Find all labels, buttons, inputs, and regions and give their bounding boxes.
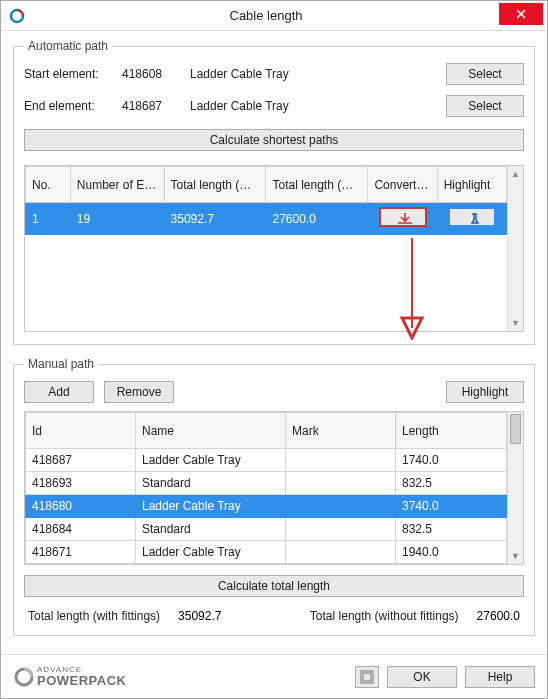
- start-element-id: 418608: [122, 67, 182, 81]
- cell-length: 1740.0: [396, 449, 507, 472]
- convert-to-manual-button[interactable]: [379, 207, 427, 227]
- automatic-path-legend: Automatic path: [24, 39, 112, 53]
- cell-length: 832.5: [396, 472, 507, 495]
- scroll-down-icon[interactable]: ▼: [508, 315, 523, 331]
- col-name[interactable]: Name: [136, 413, 286, 449]
- scroll-up-icon[interactable]: ▲: [508, 166, 523, 182]
- svg-rect-4: [363, 673, 371, 681]
- col-length[interactable]: Length: [396, 413, 507, 449]
- remove-button[interactable]: Remove: [104, 381, 174, 403]
- select-end-button[interactable]: Select: [446, 95, 524, 117]
- end-element-desc: Ladder Cable Tray: [190, 99, 438, 113]
- manual-table-row[interactable]: 418693Standard832.5: [26, 472, 507, 495]
- cell-length: 3740.0: [396, 495, 507, 518]
- add-button[interactable]: Add: [24, 381, 94, 403]
- manual-table-row[interactable]: 418687Ladder Cable Tray1740.0: [26, 449, 507, 472]
- manual-table-row[interactable]: 418684Standard832.5: [26, 518, 507, 541]
- end-element-id: 418687: [122, 99, 182, 113]
- cell-without: 27600.0: [266, 203, 368, 235]
- start-element-desc: Ladder Cable Tray: [190, 67, 438, 81]
- cell-no: 1: [26, 203, 71, 235]
- auto-table-scrollbar[interactable]: ▲ ▼: [507, 166, 523, 331]
- cell-id: 418684: [26, 518, 136, 541]
- col-convert[interactable]: Convert to manual: [368, 167, 437, 203]
- cell-id: 418671: [26, 541, 136, 564]
- cell-id: 418687: [26, 449, 136, 472]
- cell-rowname: Standard: [136, 472, 286, 495]
- col-highlight[interactable]: Highlight: [437, 167, 506, 203]
- brand-icon: [13, 666, 35, 688]
- cell-mark: [286, 495, 396, 518]
- dialog-footer: ADVANCE POWERPACK OK Help: [1, 654, 547, 698]
- cell-mark: [286, 541, 396, 564]
- manual-table-header: Id Name Mark Length: [26, 413, 507, 449]
- cell-length: 832.5: [396, 518, 507, 541]
- col-total-with[interactable]: Total length (with fittings): [164, 167, 266, 203]
- ok-button[interactable]: OK: [387, 666, 457, 688]
- cell-num: 19: [70, 203, 164, 235]
- brand: ADVANCE POWERPACK: [13, 666, 347, 688]
- col-num-elements[interactable]: Number of Elements: [70, 167, 164, 203]
- cell-mark: [286, 518, 396, 541]
- end-element-label: End element:: [24, 99, 114, 113]
- manual-table-row[interactable]: 418671Ladder Cable Tray1940.0: [26, 541, 507, 564]
- app-icon: [9, 8, 25, 24]
- auto-table-row[interactable]: 11935092.727600.0: [26, 203, 507, 235]
- total-without-label: Total length (without fittings): [310, 609, 459, 623]
- total-with-label: Total length (with fittings): [28, 609, 160, 623]
- scroll-down-icon[interactable]: ▼: [508, 548, 523, 564]
- cell-rowname: Ladder Cable Tray: [136, 495, 286, 518]
- options-button[interactable]: [355, 666, 379, 688]
- brand-big: POWERPACK: [37, 674, 126, 687]
- close-button[interactable]: [499, 3, 543, 25]
- calculate-total-length-button[interactable]: Calculate total length: [24, 575, 524, 597]
- cell-with: 35092.7: [164, 203, 266, 235]
- start-element-label: Start element:: [24, 67, 114, 81]
- total-with-value: 35092.7: [178, 609, 221, 623]
- auto-paths-table: No. Number of Elements Total length (wit…: [24, 165, 524, 332]
- cell-rowname: Standard: [136, 518, 286, 541]
- manual-path-legend: Manual path: [24, 357, 98, 371]
- manual-table-row[interactable]: 418680Ladder Cable Tray3740.0: [26, 495, 507, 518]
- col-no[interactable]: No.: [26, 167, 71, 203]
- window-title: Cable length: [33, 8, 499, 23]
- cell-length: 1940.0: [396, 541, 507, 564]
- auto-table-header: No. Number of Elements Total length (wit…: [26, 167, 507, 203]
- cell-id: 418693: [26, 472, 136, 495]
- calculate-shortest-paths-button[interactable]: Calculate shortest paths: [24, 129, 524, 151]
- manual-table-scrollbar[interactable]: ▲ ▼: [507, 412, 523, 564]
- help-button[interactable]: Help: [465, 666, 535, 688]
- highlight-row-button[interactable]: [448, 207, 496, 227]
- cell-highlight: [437, 203, 506, 235]
- totals-row: Total length (with fittings) 35092.7 Tot…: [24, 609, 524, 623]
- automatic-path-group: Automatic path Start element: 418608 Lad…: [13, 39, 535, 345]
- total-without-value: 27600.0: [477, 609, 520, 623]
- manual-path-group: Manual path Add Remove Highlight Id Name…: [13, 357, 535, 636]
- col-mark[interactable]: Mark: [286, 413, 396, 449]
- cell-id: 418680: [26, 495, 136, 518]
- scroll-thumb[interactable]: [510, 414, 521, 444]
- cell-mark: [286, 449, 396, 472]
- col-total-without[interactable]: Total length (without fittings): [266, 167, 368, 203]
- manual-table: Id Name Mark Length 418687Ladder Cable T…: [24, 411, 524, 565]
- cell-rowname: Ladder Cable Tray: [136, 449, 286, 472]
- col-id[interactable]: Id: [26, 413, 136, 449]
- title-bar: Cable length: [1, 1, 547, 31]
- select-start-button[interactable]: Select: [446, 63, 524, 85]
- highlight-button[interactable]: Highlight: [446, 381, 524, 403]
- cell-convert: [368, 203, 437, 235]
- cell-rowname: Ladder Cable Tray: [136, 541, 286, 564]
- cell-mark: [286, 472, 396, 495]
